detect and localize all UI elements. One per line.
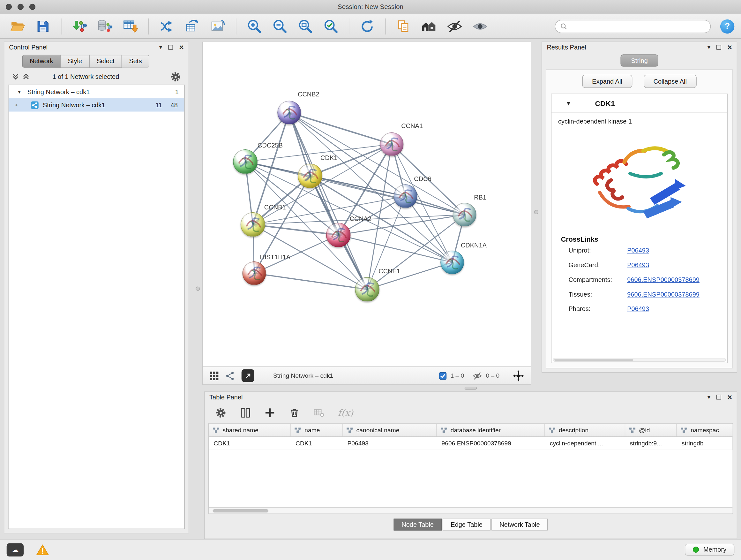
expand-all-icon[interactable] <box>22 73 30 80</box>
network-node-cdc25b[interactable] <box>233 149 258 174</box>
float-panel-icon[interactable] <box>168 45 173 50</box>
network-node-ccnb2[interactable] <box>277 101 301 124</box>
hidden-items-eye-slash-icon[interactable] <box>473 371 482 381</box>
hide-selected-button[interactable] <box>444 16 466 36</box>
table-horizontal-scrollbar[interactable] <box>209 507 733 513</box>
tab-network[interactable]: Network <box>22 55 61 68</box>
network-row-selected[interactable]: ● String Network – cdk1 11 48 <box>9 98 185 111</box>
vertical-splitter-handle[interactable] <box>534 210 538 214</box>
memory-button[interactable]: Memory <box>685 544 734 556</box>
save-icon <box>36 18 51 34</box>
delete-column-trash-icon[interactable] <box>289 407 300 419</box>
panel-menu-icon[interactable]: ▾ <box>159 44 162 50</box>
refresh-network-button[interactable] <box>356 16 378 36</box>
close-panel-icon[interactable]: × <box>179 44 184 51</box>
cell-namespace[interactable]: stringdb <box>677 437 732 449</box>
cell-canonical-name[interactable]: P06493 <box>343 437 437 449</box>
results-scrollbar[interactable] <box>553 358 726 362</box>
gene-card-header[interactable]: ▼ CDK1 <box>551 94 727 113</box>
column-header-database-identifier[interactable]: database identifier <box>437 424 545 436</box>
network-options-gear-icon[interactable] <box>170 71 181 82</box>
cell-shared-name[interactable]: CDK1 <box>209 437 291 449</box>
vertical-splitter-handle[interactable] <box>196 287 200 291</box>
column-header-namespace[interactable]: namespac <box>677 424 732 436</box>
tab-style[interactable]: Style <box>61 55 89 68</box>
selected-nodes-checkbox-icon[interactable] <box>439 372 447 380</box>
zoom-selected-button[interactable] <box>320 16 342 36</box>
documents-button[interactable] <box>393 16 414 36</box>
cell-id[interactable]: stringdb:9... <box>625 437 677 449</box>
export-table-button[interactable] <box>182 16 203 36</box>
tab-select[interactable]: Select <box>90 55 122 68</box>
close-panel-icon[interactable]: × <box>727 44 732 51</box>
warnings-button[interactable] <box>36 543 49 556</box>
table-settings-gear-icon[interactable] <box>215 407 226 419</box>
share-network-icon[interactable] <box>225 371 235 381</box>
column-header-shared-name[interactable]: shared name <box>209 424 291 436</box>
float-panel-icon[interactable] <box>717 395 721 400</box>
expand-all-button[interactable]: Expand All <box>582 75 632 88</box>
float-panel-icon[interactable] <box>717 45 721 50</box>
network-node-ccna1[interactable] <box>380 132 404 156</box>
panel-menu-icon[interactable]: ▾ <box>708 44 711 50</box>
network-node-cdkn1a[interactable] <box>441 251 464 274</box>
scrollbar-thumb[interactable] <box>212 509 268 512</box>
save-session-button[interactable] <box>32 16 54 36</box>
cell-name[interactable]: CDK1 <box>291 437 342 449</box>
add-column-icon[interactable] <box>264 407 276 419</box>
network-overview-button[interactable] <box>418 16 440 36</box>
grid-view-icon[interactable] <box>209 371 219 381</box>
new-network-from-selection-button[interactable] <box>156 16 178 36</box>
cell-description[interactable]: cyclin-dependent ... <box>545 437 625 449</box>
column-header-id[interactable]: @id <box>625 424 677 436</box>
tab-string[interactable]: String <box>620 54 658 67</box>
genecard-link[interactable]: P06493 <box>627 261 649 268</box>
network-node-cdk1[interactable] <box>298 164 322 188</box>
tab-sets[interactable]: Sets <box>122 55 149 68</box>
tab-edge-table[interactable]: Edge Table <box>443 518 490 530</box>
uniprot-link[interactable]: P06493 <box>627 247 649 254</box>
tab-network-table[interactable]: Network Table <box>491 518 548 530</box>
import-network-from-file-button[interactable] <box>69 16 90 36</box>
open-in-new-window-button[interactable] <box>242 369 254 382</box>
close-panel-icon[interactable]: × <box>727 393 732 401</box>
network-node-hist1h1a[interactable] <box>243 261 266 285</box>
pan-crosshair-icon[interactable] <box>513 370 524 381</box>
horizontal-splitter-handle[interactable] <box>465 387 477 389</box>
zoom-fit-button[interactable] <box>294 16 316 36</box>
collapse-gene-icon[interactable]: ▼ <box>566 100 571 107</box>
network-collection-row[interactable]: ▼ String Network – cdk1 1 <box>9 85 185 98</box>
network-node-rb1[interactable] <box>453 203 476 226</box>
import-table-button[interactable] <box>120 16 141 36</box>
tree-expanded-icon[interactable]: ▼ <box>17 89 22 94</box>
help-button[interactable]: ? <box>720 19 734 33</box>
eye-icon <box>472 18 488 34</box>
search-input[interactable] <box>571 23 705 30</box>
zoom-out-button[interactable] <box>269 16 291 36</box>
table-row[interactable]: CDK1 CDK1 P06493 9606.ENSP00000378699 cy… <box>209 437 733 450</box>
compartments-link[interactable]: 9606.ENSP00000378699 <box>627 276 699 283</box>
show-all-button[interactable] <box>469 16 491 36</box>
network-node-cdc6[interactable] <box>394 185 417 208</box>
pharos-link[interactable]: P06493 <box>627 306 649 313</box>
cloud-button[interactable]: ☁ <box>7 543 23 556</box>
zoom-in-button[interactable] <box>244 16 265 36</box>
tab-node-table[interactable]: Node Table <box>394 518 442 530</box>
panel-menu-icon[interactable]: ▾ <box>708 394 711 400</box>
collapse-all-icon[interactable] <box>12 73 19 80</box>
open-session-button[interactable] <box>7 16 28 36</box>
show-columns-icon[interactable] <box>240 407 251 419</box>
tissues-link[interactable]: 9606.ENSP00000378699 <box>627 291 699 298</box>
column-header-canonical-name[interactable]: canonical name <box>343 424 437 436</box>
network-node-ccna2[interactable] <box>326 223 351 247</box>
toolbar-search[interactable] <box>555 19 711 33</box>
network-node-ccne1[interactable] <box>355 277 380 302</box>
column-header-description[interactable]: description <box>545 424 625 436</box>
cell-database-identifier[interactable]: 9606.ENSP00000378699 <box>437 437 545 449</box>
export-image-button[interactable] <box>207 16 229 36</box>
network-node-ccnb1[interactable] <box>241 212 265 237</box>
import-network-from-database-button[interactable] <box>94 16 116 36</box>
column-header-name[interactable]: name <box>291 424 342 436</box>
network-canvas[interactable]: CCNB2CCNA1CDC25BCDK1CDC6RB1CCNB1CCNA2CDK… <box>202 42 531 367</box>
collapse-all-button[interactable]: Collapse All <box>643 75 697 88</box>
